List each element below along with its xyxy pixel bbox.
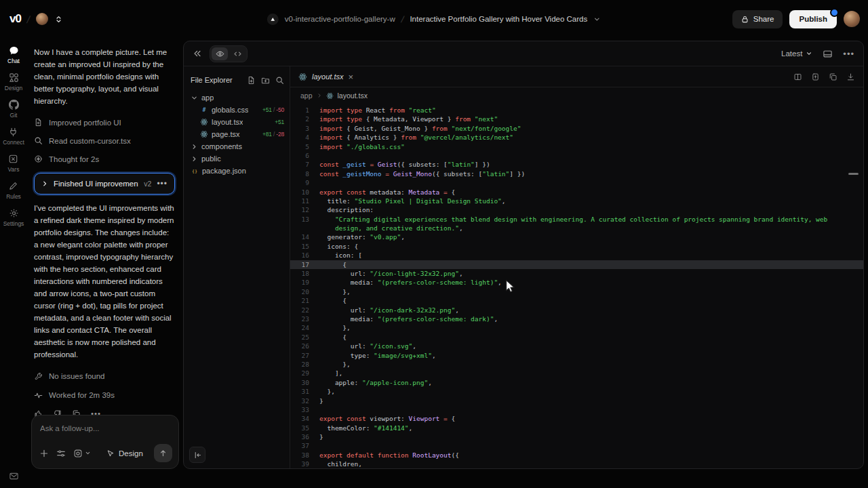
avatar[interactable]: [36, 13, 48, 25]
code-line-13[interactable]: 13 "Crafting digital experiences that bl…: [290, 215, 863, 224]
code-line-25[interactable]: 25 {: [290, 333, 863, 342]
publish-button[interactable]: Publish: [789, 10, 837, 28]
code-line-34[interactable]: 34export const viewport: Viewport = {: [290, 414, 863, 423]
status-worked-for[interactable]: Worked for 2m 39s: [34, 386, 175, 405]
code-line-8[interactable]: 8const _geistMono = Geist_Mono({ subsets…: [290, 169, 863, 178]
account-avatar[interactable]: [844, 11, 860, 27]
scrollbar-thumb[interactable]: [848, 173, 859, 175]
code-line-37[interactable]: 37: [290, 441, 863, 450]
v0-logo[interactable]: v0: [9, 12, 21, 26]
task-thought[interactable]: Thought for 2s: [34, 150, 175, 168]
code-line-10[interactable]: 10export const metadata: Metadata = {: [290, 188, 863, 197]
code-line-4[interactable]: 4import { Analytics } from "@vercel/anal…: [290, 133, 863, 142]
copy-icon[interactable]: [829, 73, 837, 81]
rail-item-git[interactable]: Git: [9, 99, 19, 119]
browser-window-icon[interactable]: [823, 49, 833, 59]
tree-item-layout-tsx[interactable]: layout.tsx+51: [191, 116, 284, 128]
chevrons-updown-icon[interactable]: [54, 15, 63, 24]
code-line-9[interactable]: 9: [290, 178, 863, 187]
code-line-20[interactable]: 20 },: [290, 287, 863, 296]
plus-icon[interactable]: [39, 449, 49, 458]
search-icon[interactable]: [275, 76, 284, 85]
code-line-27[interactable]: 27 type: "image/svg+xml",: [290, 351, 863, 360]
code-line-16[interactable]: 16 icon: [: [290, 251, 863, 260]
code-line-15[interactable]: 15 icons: {: [290, 242, 863, 251]
close-icon[interactable]: ×: [348, 73, 353, 81]
mail-icon[interactable]: [9, 471, 19, 481]
code-line-23[interactable]: 23 media: "(prefers-color-scheme: dark)"…: [290, 314, 863, 323]
rail-item-chat[interactable]: Chat: [7, 45, 20, 64]
rail-item-settings[interactable]: Settings: [3, 207, 24, 227]
code-line-11[interactable]: 11 title: "Studio Pixel | Digital Design…: [290, 197, 863, 205]
code-line-wrap[interactable]: design, and creative direction.",: [290, 224, 863, 232]
download-icon[interactable]: [846, 73, 855, 81]
preview-eye-button[interactable]: [212, 47, 228, 60]
code-line-32[interactable]: 32}: [290, 396, 863, 405]
code-line-21[interactable]: 21 {: [290, 296, 863, 305]
tree-item-page-tsx[interactable]: page.tsx+81 / -28: [191, 128, 284, 140]
code-line-29[interactable]: 29 ],: [290, 369, 863, 378]
code-line-7[interactable]: 7const _geist = Geist({ subsets: ["latin…: [290, 160, 863, 169]
tree-item-public[interactable]: public: [191, 152, 284, 165]
breadcrumb-root[interactable]: app: [300, 92, 313, 100]
code-line-22[interactable]: 22 url: "/icon-dark-32x32.png",: [290, 306, 863, 314]
code-line-31[interactable]: 31 },: [290, 387, 863, 396]
ellipsis-icon[interactable]: •••: [157, 178, 167, 190]
code-line-39[interactable]: 39 children,: [290, 460, 863, 468]
tree-item-app[interactable]: app: [191, 92, 284, 104]
code-area[interactable]: 1import type React from "react"2import t…: [290, 104, 863, 468]
code-view-button[interactable]: [229, 47, 245, 60]
split-view-icon[interactable]: [793, 73, 802, 81]
code-line-17[interactable]: 17 {: [290, 260, 863, 269]
code-line-33[interactable]: 33: [290, 405, 863, 414]
code-line-3[interactable]: 3import { Geist, Geist_Mono } from "next…: [290, 124, 863, 133]
version-card-finished-ui-improvements[interactable]: Finished UI improvements v2 •••: [34, 173, 175, 195]
collapse-sidebar-button[interactable]: [189, 447, 205, 463]
ellipsis-icon[interactable]: •••: [843, 49, 854, 59]
code-line-2[interactable]: 2import type { Metadata, Viewport } from…: [290, 115, 863, 123]
tree-item-package-json[interactable]: {}package.json: [191, 165, 284, 177]
rail-item-connect[interactable]: Connect: [3, 126, 24, 146]
share-button[interactable]: Share: [732, 10, 783, 28]
code-line-14[interactable]: 14 generator: "v0.app",: [290, 232, 863, 241]
capture-select[interactable]: [73, 449, 91, 458]
task-read-custom-cursor[interactable]: Read custom-cursor.tsx: [34, 131, 175, 150]
tab-layout-tsx[interactable]: layout.tsx ×: [298, 73, 353, 81]
code-line-6[interactable]: 6: [290, 151, 863, 160]
follow-up-input[interactable]: [39, 424, 174, 433]
chat-input-card[interactable]: Design: [31, 415, 179, 469]
rail-item-design[interactable]: Design: [5, 72, 22, 92]
lock-icon: [741, 16, 749, 23]
send-button[interactable]: [154, 444, 172, 462]
task-label: Read custom-cursor.tsx: [49, 135, 131, 147]
tree-item-components[interactable]: components: [191, 140, 284, 152]
new-file-icon[interactable]: [247, 76, 256, 85]
code-line-12[interactable]: 12 description:: [290, 205, 863, 214]
breadcrumb-chat-title[interactable]: Interactive Portfolio Gallery with Hover…: [410, 15, 587, 23]
chevron-down-icon[interactable]: [593, 16, 601, 23]
code-line-26[interactable]: 26 url: "/icon.svg",: [290, 342, 863, 350]
code-line-5[interactable]: 5import "./globals.css": [290, 142, 863, 151]
code-line-35[interactable]: 35 themeColor: "#141414",: [290, 424, 863, 432]
open-in-new-icon[interactable]: [811, 73, 820, 81]
rail-item-rules[interactable]: Rules: [6, 180, 21, 200]
code-line-30[interactable]: 30 apple: "/apple-icon.png",: [290, 378, 863, 387]
code-line-28[interactable]: 28 },: [290, 360, 863, 369]
code-line-18[interactable]: 18 url: "/icon-light-32x32.png",: [290, 269, 863, 278]
breadcrumb-project[interactable]: v0-interactive-portfolio-gallery-w: [285, 15, 395, 23]
code-line-38[interactable]: 38export default function RootLayout({: [290, 451, 863, 460]
rail-item-vars[interactable]: Vars: [8, 153, 20, 173]
status-no-issues[interactable]: No issues found: [34, 367, 175, 386]
new-folder-icon[interactable]: [261, 76, 270, 85]
double-chevron-left-icon[interactable]: [193, 49, 202, 58]
code-line-1[interactable]: 1import type React from "react": [290, 106, 863, 115]
breadcrumb-file[interactable]: layout.tsx: [338, 92, 368, 100]
version-dropdown[interactable]: Latest: [781, 49, 812, 58]
code-line-19[interactable]: 19 media: "(prefers-color-scheme: light)…: [290, 278, 863, 287]
sliders-icon[interactable]: [56, 449, 66, 458]
code-line-36[interactable]: 36}: [290, 432, 863, 441]
tree-item-globals-css[interactable]: #globals.css+51 / -50: [191, 104, 284, 116]
task-improved-portfolio-ui[interactable]: Improved portfolio UI: [34, 113, 175, 131]
design-mode-toggle[interactable]: Design: [106, 447, 143, 460]
code-line-24[interactable]: 24 },: [290, 323, 863, 332]
